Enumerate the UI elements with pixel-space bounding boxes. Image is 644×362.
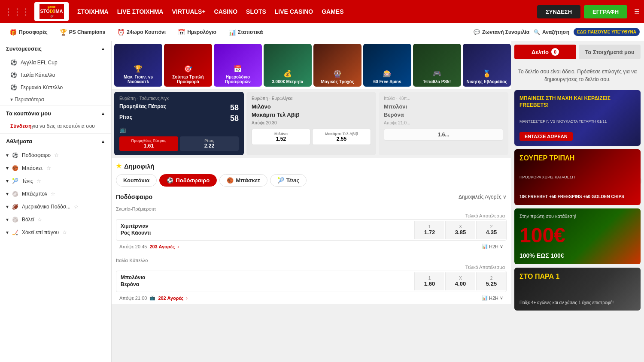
grid-icon[interactable]: ⋮⋮⋮ [4, 6, 30, 17]
statistics-nav-item[interactable]: 📊 Στατιστικά [223, 26, 268, 38]
sidebar-sport-volleyball[interactable]: ▾ 🏐 Βόλεϊ ☆ [0, 213, 111, 226]
match-2-markets-arrow[interactable]: › [186, 296, 188, 301]
match-1-h2h-button[interactable]: 📊 H2H ∨ [482, 244, 503, 249]
chevron-sport-basketball: ▾ [6, 165, 9, 171]
soccer-fav-icon[interactable]: ☆ [54, 152, 59, 158]
promo-card-para1[interactable]: ΣΤΟ ΠΑΡΑ 1 Παίξε 4+ αγώνες και αν χάσεις… [514, 268, 641, 311]
live-match-2-team2-btn[interactable]: Μακάμπι Τελ Αβίβ 2.55 [312, 129, 371, 145]
live-match-tile-1[interactable]: Ευρώπη - Τσάμπιονς Λιγκ Προμηθέας Πάτρας… [114, 92, 244, 155]
my-coupons-label: Τα κουπόνια μου [6, 110, 51, 117]
promo-banner-8[interactable]: 🏅 Νικητής Εβδομάδας [463, 44, 511, 87]
statistics-label: Στατιστικά [238, 29, 263, 35]
shortcuts-more[interactable]: ▾ Περισσότερα [0, 94, 111, 106]
amfootball-fav-icon[interactable]: ☆ [74, 204, 79, 210]
sidebar-sport-american-football[interactable]: ▾ 🏈 Αμερικάνικο Ποδόσ... ☆ [0, 200, 111, 213]
match-1-odds-2[interactable]: 2 4.35 [476, 221, 506, 239]
sidebar-item-italy-cup[interactable]: ⚽ Ιταλία Κύπελλο [0, 69, 111, 81]
coupon-24h-nav-item[interactable]: ⏰ 24ωρο Κουπόνι [112, 26, 171, 38]
promo-card-2-title: ΣΟΥΠΕΡ ΤΡΙΠΛΗ [519, 154, 635, 162]
live-match-3-time: Απόψε 21:0... [384, 121, 503, 125]
match-1-markets-link[interactable]: 203 Αγορές [149, 244, 175, 249]
promo-card-super-triple[interactable]: ΣΟΥΠΕΡ ΤΡΙΠΛΗ ΠΡΟΣΦΟΡΑ ΧΩΡΙΣ ΚΑΤΑΘΕΣΗ 10… [514, 149, 641, 205]
nav-games[interactable]: GAMES [322, 8, 343, 15]
live-match-tile-3[interactable]: Ιταλία - Κύπ... Μπολόνι Βερόνα Απόψε 21:… [379, 92, 508, 155]
live-match-2-team1-btn[interactable]: Μιλάνο 1.52 [252, 129, 310, 145]
chevron-sport-icehockey: ▾ [6, 229, 9, 235]
match-2-odds-x[interactable]: Χ 4.00 [445, 272, 475, 290]
left-sidebar: Συντομεύσεις ▲ ⚽ Αγγλία EFL Cup ⚽ Ιταλία… [0, 41, 112, 362]
live-match-1-odds2-btn[interactable]: Ρίτας 2.22 [180, 136, 239, 151]
volleyball-fav-icon[interactable]: ☆ [37, 217, 42, 223]
my-coupons-header[interactable]: Τα κουπόνια μου ▲ [0, 106, 111, 121]
nav-live-casino[interactable]: LIVE CASINO [275, 8, 313, 15]
tennis-fav-icon[interactable]: ☆ [36, 178, 41, 184]
match-2-h2h-button[interactable]: 📊 H2H ∨ [482, 295, 503, 301]
calendar-nav-item[interactable]: 📅 Ημερολόγιο [173, 26, 222, 38]
ps-champions-nav-item[interactable]: 🏆 PS Champions [55, 26, 111, 38]
match-2-odds-2[interactable]: 2 5.25 [476, 272, 506, 290]
popular-star-icon: ★ [116, 162, 122, 170]
sidebar-item-england-efl[interactable]: ⚽ Αγγλία EFL Cup [0, 56, 111, 69]
soccer-icon-2: ⚽ [10, 72, 17, 78]
promo-card-100percent[interactable]: Στην πρώτη σου κατάθεση! 100€ 100% ΕΩΣ 1… [514, 208, 641, 264]
popular-tab-soccer[interactable]: ⚽ Ποδόσφαιρο [159, 174, 217, 187]
site-logo[interactable]: game STOIXIMA .gr [34, 2, 69, 21]
betslip-my-bets-tab[interactable]: Τα Στοιχήματά μου [579, 45, 641, 59]
result-type-2: Τελικό Αποτέλεσμα [410, 265, 505, 270]
nav-slots[interactable]: SLOTS [246, 8, 266, 15]
popular-tab-coupons[interactable]: Κουπόνια [116, 174, 157, 187]
live-match-1-team2: Ρίτας [119, 114, 132, 123]
basketball-fav-icon[interactable]: ☆ [46, 165, 51, 171]
live-match-2-league: Ευρώπη - Ευρωλίγκα [252, 96, 371, 101]
sidebar-sport-tennis[interactable]: ▾ 🎾 Τένις ☆ [0, 175, 111, 187]
promo-banner-6[interactable]: 🎰 60 Free Spins [363, 44, 411, 87]
nav-casino[interactable]: CASINO [214, 8, 237, 15]
sidebar-sport-soccer[interactable]: ▾ ⚽ Ποδόσφαιρο ☆ [0, 149, 111, 162]
live-match-2-label2: Μακάμπι Τελ Αβίβ [314, 132, 369, 136]
nav-virtuals[interactable]: VIRTUALS+ [172, 8, 205, 15]
match-1-odds-x[interactable]: Χ 3.85 [445, 221, 475, 239]
sidebar-item-germany-cup[interactable]: ⚽ Γερμανία Κύπελλο [0, 81, 111, 94]
offers-nav-item[interactable]: 🎁 Προσφορές [4, 26, 53, 38]
betslip-tab-active[interactable]: Δελτίο 0 [514, 45, 576, 59]
coupons-login-link[interactable]: Σύνδεση [10, 123, 31, 129]
popular-markets-dropdown[interactable]: Δημοφιλείς Αγορές ∨ [459, 194, 507, 200]
trophy-icon: 🏆 [60, 29, 67, 36]
nav-live-stoixima[interactable]: LIVE ΣΤΟΙΧΗΜΑ [117, 8, 164, 15]
live-match-1-odds1-btn[interactable]: Προμηθέας Πάτρας 1.61 [119, 136, 178, 151]
nav-stoixima[interactable]: ΣΤΟΙΧΗΜΑ [77, 8, 109, 15]
promo-banner-7[interactable]: 🎮 Έπαθλο PS5! [413, 44, 461, 87]
promo-banner-4[interactable]: 💰 3.000€ Μετρητά [264, 44, 312, 87]
promo-banner-3[interactable]: 📅 Ημερολόγιο Προσφορών [214, 44, 262, 87]
live-match-tile-2[interactable]: Ευρώπη - Ευρωλίγκα Μιλάνο Μακάμπι Τελ Αβ… [246, 92, 376, 155]
register-button[interactable]: ΕΓΓΡΑΦΗ [584, 5, 627, 18]
popular-tab-tennis[interactable]: 🎾 Τένις [270, 174, 307, 187]
sports-header[interactable]: Αθλήματα ▲ [0, 134, 111, 149]
hamburger-icon[interactable]: ≡ [634, 6, 640, 17]
promo-banner-5[interactable]: 🎡 Μαγικός Τροχός [313, 44, 361, 87]
chevron-sport-volleyball: ▾ [6, 217, 9, 223]
promo-banner-2[interactable]: 🎯 Σούπερ Τριπλή Προσφορά [164, 44, 212, 87]
live-chat-button[interactable]: 💬 Ζωντανή Συνομιλία [474, 29, 529, 35]
login-button[interactable]: ΣΥΝΔΕΣΗ [537, 5, 580, 18]
promo-card-1-cta[interactable]: ΕΝΤΑΣΣΕ ΔΩΡΕΑΝ [519, 132, 573, 141]
icehockey-fav-icon[interactable]: ☆ [62, 229, 67, 235]
promo-banner-1[interactable]: 🏆 Μαν. Γιουν. vs Νιούκαστλ [114, 44, 162, 87]
sidebar-sport-basketball[interactable]: ▾ 🏀 Μπάσκετ ☆ [0, 162, 111, 175]
popular-tab-basketball[interactable]: 🏀 Μπάσκετ [219, 174, 267, 187]
baseball-fav-icon[interactable]: ☆ [51, 191, 55, 197]
live-match-3-odds-btn[interactable]: 1.6... [384, 129, 503, 141]
search-button[interactable]: 🔍 Αναζήτηση [534, 29, 569, 35]
sidebar-sport-baseball[interactable]: ▾ 🏐 Μπέιζμπολ ☆ [0, 187, 111, 200]
shortcuts-header[interactable]: Συντομεύσεις ▲ [0, 41, 111, 56]
amfootball-sport-label: Αμερικάνικο Ποδόσ... [22, 204, 70, 210]
promo-card-freebets[interactable]: ΜΠΑΙΝΕΙΣ ΣΤΗ ΜΑΧΗ ΚΑΙ ΚΕΡΔΙΖΕΙΣ FREEBETS… [514, 90, 641, 146]
center-content: 🏆 Μαν. Γιουν. vs Νιούκαστλ 🎯 Σούπερ Τριπ… [112, 41, 511, 362]
match-1-markets-arrow[interactable]: › [177, 244, 179, 249]
match-2-markets-link[interactable]: 202 Αγορές [158, 296, 183, 301]
responsible-gaming-badge[interactable]: ΕΔΩ ΠΑΙΖΟΥΜΕ ΥΠΕΎΘΥΝΑ [574, 28, 640, 36]
sidebar-sport-ice-hockey[interactable]: ▾ 🏒 Χόκεϊ επί πάγου ☆ [0, 226, 111, 239]
match-1-odds-1[interactable]: 1 1.72 [414, 221, 444, 239]
h2h-chevron: ∨ [500, 244, 503, 249]
match-2-odds-1[interactable]: 1 1.60 [414, 272, 444, 290]
